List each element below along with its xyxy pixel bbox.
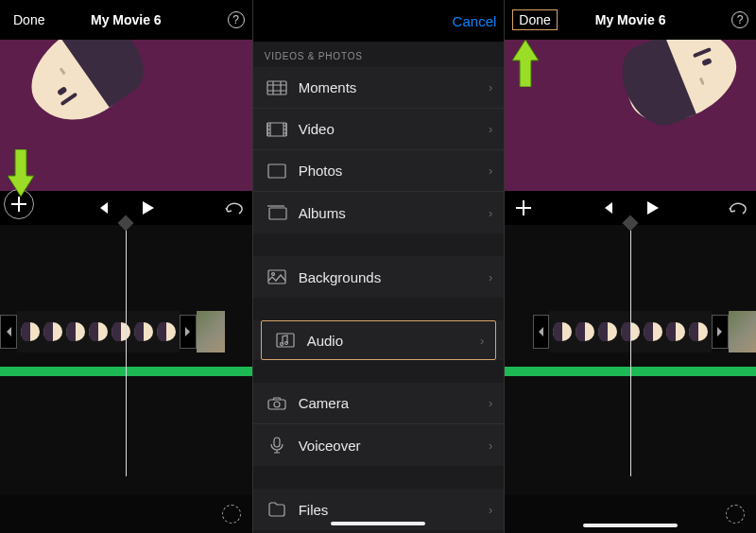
chevron-right-icon: › [480, 334, 484, 348]
editor-panel-left: Done My Movie 6 ? [0, 0, 252, 533]
svg-point-7 [280, 343, 283, 346]
clip-thumb [89, 322, 108, 341]
project-title: My Movie 6 [595, 12, 666, 27]
picker-item-label: Camera [299, 395, 349, 411]
chevron-right-icon: › [489, 163, 492, 178]
picker-item-label: Albums [299, 205, 346, 221]
picker-section-capture: Camera › Voiceover › [253, 383, 505, 466]
video-clip-secondary[interactable] [729, 311, 756, 352]
files-icon [265, 500, 289, 519]
clip-start-marker-icon[interactable] [533, 315, 550, 349]
clip-thumb [157, 322, 176, 341]
timeline[interactable] [505, 225, 756, 495]
preview-frame-image [611, 40, 748, 135]
picker-section-media: Moments › Video › Photos › Albums › [253, 67, 505, 233]
backgrounds-icon [265, 267, 289, 286]
photos-icon [265, 162, 289, 181]
help-icon[interactable]: ? [228, 11, 245, 28]
chevron-right-icon: › [489, 503, 492, 517]
settings-icon[interactable] [222, 505, 241, 524]
annotation-arrow-done [512, 40, 539, 87]
picker-item-voiceover[interactable]: Voiceover › [253, 424, 505, 466]
footer [505, 495, 756, 533]
picker-item-albums[interactable]: Albums › [253, 192, 505, 233]
chevron-right-icon: › [489, 396, 492, 410]
albums-icon [265, 203, 289, 222]
chevron-right-icon: › [489, 122, 492, 136]
add-media-button[interactable] [516, 200, 531, 215]
clip-thumb [553, 322, 572, 341]
svg-rect-2 [268, 164, 285, 178]
media-picker-panel: Cancel Videos & Photos Moments › Video ›… [252, 0, 505, 533]
camera-icon [265, 394, 289, 413]
picker-item-label: Voiceover [299, 438, 361, 454]
playhead[interactable] [630, 225, 631, 476]
home-indicator [331, 522, 425, 525]
play-icon[interactable] [644, 199, 661, 216]
video-clip-secondary[interactable] [197, 311, 225, 352]
svg-point-5 [271, 273, 274, 276]
clip-thumb [66, 322, 85, 341]
audio-icon [273, 331, 298, 350]
editor-panel-right: Done My Movie 6 ? [504, 0, 756, 533]
clip-thumb [43, 322, 62, 341]
moments-icon [265, 78, 289, 97]
picker-item-label: Backgrounds [299, 269, 382, 285]
section-header-videos-photos: Videos & Photos [253, 42, 505, 67]
header: Done My Movie 6 ? [505, 0, 756, 40]
settings-icon[interactable] [726, 505, 745, 524]
skip-back-icon[interactable] [600, 200, 615, 215]
clip-end-marker-icon[interactable] [180, 315, 197, 349]
clip-thumb [689, 322, 708, 341]
play-icon[interactable] [139, 199, 156, 216]
undo-icon[interactable] [224, 200, 243, 215]
video-clip[interactable] [17, 311, 180, 352]
picker-item-video[interactable]: Video › [253, 109, 505, 150]
clip-thumb [112, 322, 130, 341]
footer [0, 495, 252, 533]
clip-start-marker-icon[interactable] [0, 315, 17, 349]
chevron-right-icon: › [489, 80, 492, 95]
playhead[interactable] [126, 225, 127, 476]
picker-section-audio: Audio › [253, 320, 505, 360]
svg-point-10 [274, 402, 280, 407]
svg-point-8 [284, 342, 287, 345]
help-icon[interactable]: ? [731, 11, 748, 28]
chevron-right-icon: › [489, 206, 492, 220]
picker-item-camera[interactable]: Camera › [253, 383, 505, 424]
clip-thumb [644, 322, 662, 341]
clip-thumb [576, 322, 594, 341]
timeline[interactable] [0, 225, 252, 495]
picker-header: Cancel [253, 0, 505, 42]
clip-thumb [666, 322, 685, 341]
preview-frame-image [14, 40, 156, 140]
cancel-button[interactable]: Cancel [453, 13, 497, 29]
clip-end-marker-icon[interactable] [712, 315, 729, 349]
picker-item-audio[interactable]: Audio › [261, 320, 497, 360]
clip-thumb [21, 322, 40, 341]
svg-rect-3 [269, 208, 286, 219]
preview-viewport [505, 40, 756, 191]
picker-item-photos[interactable]: Photos › [253, 150, 505, 192]
project-title: My Movie 6 [91, 12, 162, 27]
clip-thumb [134, 322, 153, 341]
picker-item-label: Photos [299, 163, 343, 179]
picker-item-label: Moments [299, 79, 357, 95]
picker-item-label: Files [299, 502, 329, 518]
skip-back-icon[interactable] [95, 200, 111, 215]
svg-rect-0 [267, 81, 286, 95]
preview-viewport [0, 40, 252, 191]
chevron-right-icon: › [489, 438, 492, 453]
header: Done My Movie 6 ? [0, 0, 252, 40]
svg-rect-11 [274, 438, 280, 447]
clip-thumb [598, 322, 617, 341]
picker-item-backgrounds[interactable]: Backgrounds › [253, 256, 505, 298]
picker-section-backgrounds: Backgrounds › [253, 256, 505, 298]
picker-item-label: Audio [307, 333, 343, 349]
video-icon [265, 120, 289, 139]
annotation-arrow-add [8, 149, 34, 197]
done-button[interactable]: Done [512, 9, 557, 30]
picker-item-moments[interactable]: Moments › [253, 67, 505, 109]
done-button[interactable]: Done [8, 10, 50, 29]
undo-icon[interactable] [728, 200, 747, 215]
